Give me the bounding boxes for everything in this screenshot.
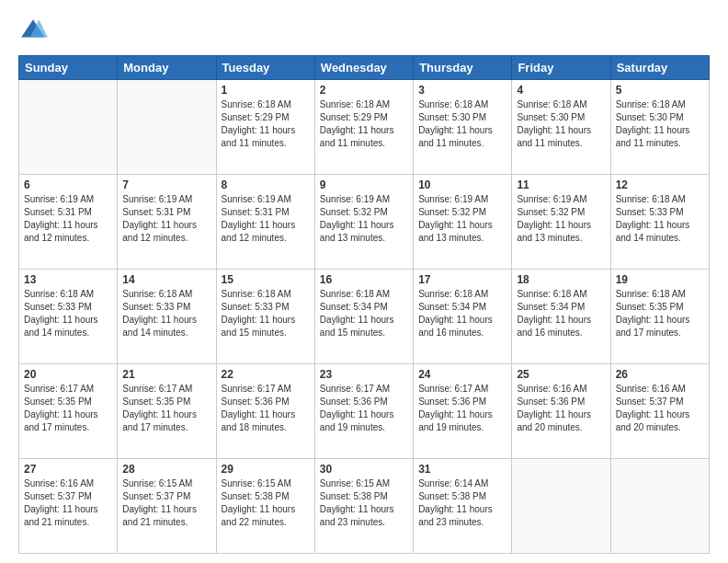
calendar-cell: 14Sunrise: 6:18 AM Sunset: 5:33 PM Dayli…	[118, 270, 216, 364]
calendar-cell: 19Sunrise: 6:18 AM Sunset: 5:35 PM Dayli…	[610, 270, 709, 364]
calendar-cell: 16Sunrise: 6:18 AM Sunset: 5:34 PM Dayli…	[314, 270, 413, 364]
day-number: 19	[616, 273, 704, 286]
day-number: 27	[24, 463, 112, 476]
day-header-tuesday: Tuesday	[216, 56, 314, 80]
day-info: Sunrise: 6:18 AM Sunset: 5:30 PM Dayligh…	[517, 98, 605, 150]
day-info: Sunrise: 6:17 AM Sunset: 5:35 PM Dayligh…	[122, 383, 210, 434]
day-number: 17	[418, 273, 506, 286]
calendar-cell: 29Sunrise: 6:15 AM Sunset: 5:38 PM Dayli…	[216, 459, 314, 554]
calendar-cell: 26Sunrise: 6:16 AM Sunset: 5:37 PM Dayli…	[610, 364, 709, 459]
calendar-cell: 12Sunrise: 6:18 AM Sunset: 5:33 PM Dayli…	[610, 175, 709, 270]
day-header-thursday: Thursday	[414, 56, 512, 80]
calendar-cell: 4Sunrise: 6:18 AM Sunset: 5:30 PM Daylig…	[512, 80, 610, 175]
day-info: Sunrise: 6:18 AM Sunset: 5:34 PM Dayligh…	[320, 288, 408, 339]
day-info: Sunrise: 6:18 AM Sunset: 5:34 PM Dayligh…	[517, 288, 605, 339]
day-info: Sunrise: 6:18 AM Sunset: 5:29 PM Dayligh…	[320, 98, 408, 150]
day-info: Sunrise: 6:19 AM Sunset: 5:32 PM Dayligh…	[320, 193, 408, 245]
day-info: Sunrise: 6:18 AM Sunset: 5:33 PM Dayligh…	[222, 288, 310, 339]
day-number: 3	[418, 84, 506, 97]
day-number: 4	[517, 84, 605, 97]
day-number: 2	[320, 84, 408, 97]
day-number: 24	[418, 368, 506, 381]
day-info: Sunrise: 6:18 AM Sunset: 5:33 PM Dayligh…	[616, 193, 704, 245]
day-info: Sunrise: 6:18 AM Sunset: 5:34 PM Dayligh…	[418, 288, 506, 339]
day-info: Sunrise: 6:19 AM Sunset: 5:32 PM Dayligh…	[418, 193, 506, 245]
calendar-cell: 2Sunrise: 6:18 AM Sunset: 5:29 PM Daylig…	[314, 80, 413, 175]
day-info: Sunrise: 6:16 AM Sunset: 5:37 PM Dayligh…	[616, 383, 704, 434]
day-number: 8	[222, 178, 310, 191]
day-number: 5	[616, 84, 704, 97]
calendar-cell	[118, 80, 216, 175]
day-info: Sunrise: 6:15 AM Sunset: 5:38 PM Dayligh…	[222, 477, 310, 529]
day-number: 10	[418, 178, 506, 191]
calendar-cell: 17Sunrise: 6:18 AM Sunset: 5:34 PM Dayli…	[414, 270, 512, 364]
day-info: Sunrise: 6:18 AM Sunset: 5:35 PM Dayligh…	[616, 288, 704, 339]
calendar-cell	[512, 459, 610, 554]
day-number: 31	[418, 463, 506, 476]
calendar-cell: 15Sunrise: 6:18 AM Sunset: 5:33 PM Dayli…	[216, 270, 314, 364]
day-info: Sunrise: 6:19 AM Sunset: 5:31 PM Dayligh…	[222, 193, 310, 245]
day-info: Sunrise: 6:15 AM Sunset: 5:38 PM Dayligh…	[320, 477, 408, 529]
logo	[18, 17, 51, 46]
day-number: 23	[320, 368, 408, 381]
day-number: 15	[222, 273, 310, 286]
calendar-cell	[19, 80, 118, 175]
calendar-cell: 5Sunrise: 6:18 AM Sunset: 5:30 PM Daylig…	[610, 80, 709, 175]
day-info: Sunrise: 6:18 AM Sunset: 5:33 PM Dayligh…	[24, 288, 112, 339]
calendar-cell: 25Sunrise: 6:16 AM Sunset: 5:36 PM Dayli…	[512, 364, 610, 459]
day-number: 30	[320, 463, 408, 476]
calendar-cell: 31Sunrise: 6:14 AM Sunset: 5:38 PM Dayli…	[414, 459, 512, 554]
header	[18, 17, 710, 46]
day-info: Sunrise: 6:18 AM Sunset: 5:29 PM Dayligh…	[222, 98, 310, 150]
day-info: Sunrise: 6:17 AM Sunset: 5:36 PM Dayligh…	[222, 383, 310, 434]
calendar-header-row: SundayMondayTuesdayWednesdayThursdayFrid…	[19, 56, 710, 80]
day-number: 20	[24, 368, 112, 381]
calendar-cell: 7Sunrise: 6:19 AM Sunset: 5:31 PM Daylig…	[118, 175, 216, 270]
calendar-cell: 6Sunrise: 6:19 AM Sunset: 5:31 PM Daylig…	[19, 175, 118, 270]
day-info: Sunrise: 6:18 AM Sunset: 5:30 PM Dayligh…	[616, 98, 704, 150]
week-row-5: 27Sunrise: 6:16 AM Sunset: 5:37 PM Dayli…	[19, 459, 710, 554]
calendar-cell: 10Sunrise: 6:19 AM Sunset: 5:32 PM Dayli…	[414, 175, 512, 270]
day-number: 26	[616, 368, 704, 381]
day-number: 11	[517, 178, 605, 191]
day-number: 14	[122, 273, 210, 286]
page: SundayMondayTuesdayWednesdayThursdayFrid…	[0, 0, 728, 563]
calendar-cell: 24Sunrise: 6:17 AM Sunset: 5:36 PM Dayli…	[414, 364, 512, 459]
day-header-monday: Monday	[118, 56, 216, 80]
day-info: Sunrise: 6:17 AM Sunset: 5:36 PM Dayligh…	[418, 383, 506, 434]
calendar-cell: 13Sunrise: 6:18 AM Sunset: 5:33 PM Dayli…	[19, 270, 118, 364]
calendar-cell: 20Sunrise: 6:17 AM Sunset: 5:35 PM Dayli…	[19, 364, 118, 459]
day-number: 21	[122, 368, 210, 381]
calendar-cell: 18Sunrise: 6:18 AM Sunset: 5:34 PM Dayli…	[512, 270, 610, 364]
day-number: 25	[517, 368, 605, 381]
day-info: Sunrise: 6:19 AM Sunset: 5:32 PM Dayligh…	[517, 193, 605, 245]
day-info: Sunrise: 6:16 AM Sunset: 5:36 PM Dayligh…	[517, 383, 605, 434]
day-info: Sunrise: 6:16 AM Sunset: 5:37 PM Dayligh…	[24, 477, 112, 529]
day-number: 9	[320, 178, 408, 191]
week-row-2: 6Sunrise: 6:19 AM Sunset: 5:31 PM Daylig…	[19, 175, 710, 270]
day-info: Sunrise: 6:19 AM Sunset: 5:31 PM Dayligh…	[24, 193, 112, 245]
day-header-saturday: Saturday	[610, 56, 709, 80]
day-info: Sunrise: 6:17 AM Sunset: 5:35 PM Dayligh…	[24, 383, 112, 434]
day-number: 16	[320, 273, 408, 286]
day-info: Sunrise: 6:14 AM Sunset: 5:38 PM Dayligh…	[418, 477, 506, 529]
calendar-cell: 23Sunrise: 6:17 AM Sunset: 5:36 PM Dayli…	[314, 364, 413, 459]
day-header-wednesday: Wednesday	[314, 56, 413, 80]
week-row-3: 13Sunrise: 6:18 AM Sunset: 5:33 PM Dayli…	[19, 270, 710, 364]
day-info: Sunrise: 6:19 AM Sunset: 5:31 PM Dayligh…	[122, 193, 210, 245]
calendar-cell: 3Sunrise: 6:18 AM Sunset: 5:30 PM Daylig…	[414, 80, 512, 175]
day-header-friday: Friday	[512, 56, 610, 80]
day-number: 28	[122, 463, 210, 476]
day-number: 29	[222, 463, 310, 476]
day-info: Sunrise: 6:18 AM Sunset: 5:30 PM Dayligh…	[418, 98, 506, 150]
calendar-cell: 30Sunrise: 6:15 AM Sunset: 5:38 PM Dayli…	[314, 459, 413, 554]
calendar-cell: 28Sunrise: 6:15 AM Sunset: 5:37 PM Dayli…	[118, 459, 216, 554]
week-row-4: 20Sunrise: 6:17 AM Sunset: 5:35 PM Dayli…	[19, 364, 710, 459]
calendar-cell	[610, 459, 709, 554]
calendar-cell: 27Sunrise: 6:16 AM Sunset: 5:37 PM Dayli…	[19, 459, 118, 554]
day-number: 18	[517, 273, 605, 286]
calendar-cell: 21Sunrise: 6:17 AM Sunset: 5:35 PM Dayli…	[118, 364, 216, 459]
calendar-cell: 11Sunrise: 6:19 AM Sunset: 5:32 PM Dayli…	[512, 175, 610, 270]
calendar-cell: 22Sunrise: 6:17 AM Sunset: 5:36 PM Dayli…	[216, 364, 314, 459]
day-info: Sunrise: 6:15 AM Sunset: 5:37 PM Dayligh…	[122, 477, 210, 529]
